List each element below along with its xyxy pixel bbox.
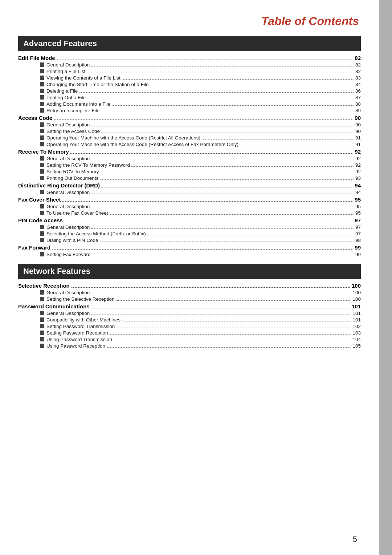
dots-pin-code-access <box>64 222 353 222</box>
sub-label-select-access-method: Selecting the Access Method (Prefix or S… <box>46 231 146 236</box>
sub-page-delete-file: 86 <box>355 88 361 94</box>
sub-dots-use-pw-transmission <box>114 341 351 341</box>
main-entry-receive-to-memory: Receive To Memory92 <box>18 149 361 155</box>
sub-entry-set-rcv-password: Setting the RCV To Memory Password92 <box>40 162 361 168</box>
sub-page-set-rcv-memory: 92 <box>355 169 361 174</box>
sub-entry-use-fax-cover: To Use the Fax Cover Sheet95 <box>40 210 361 216</box>
bullet-icon <box>40 231 44 236</box>
entry-label-access-code: Access Code <box>18 115 52 121</box>
sub-dots-set-access-code <box>101 133 354 133</box>
dots-receive-to-memory <box>70 153 354 154</box>
bullet-icon <box>40 324 44 328</box>
bullet-icon <box>40 344 44 348</box>
sub-label-view-contents: Viewing the Contents of a File List <box>46 75 121 81</box>
sub-dots-gen-desc-1 <box>91 66 354 66</box>
sub-page-gen-desc-4: 94 <box>355 190 361 195</box>
bullet-icon <box>40 252 44 256</box>
sub-entry-retry-incomplete: Retry an Incomplete File89 <box>40 108 361 113</box>
entry-label-pin-code-access: PIN Code Access <box>18 217 63 223</box>
entry-label-receive-to-memory: Receive To Memory <box>18 149 69 155</box>
sub-entry-dial-pin: Dialing with a PIN Code98 <box>40 238 361 243</box>
sub-dots-op-machine-restrict-all <box>202 139 354 139</box>
sub-label-use-pw-transmission: Using Password Transmission <box>46 337 112 342</box>
sub-label-gen-desc-7: General Description <box>46 290 90 295</box>
sub-entry-print-out-file: Printing Out a File87 <box>40 95 361 100</box>
entry-page-pin-code-access: 97 <box>355 217 361 223</box>
sub-page-op-machine-restrict-fax: 91 <box>355 142 361 147</box>
sub-label-set-pw-reception: Setting Password Reception <box>46 330 108 336</box>
entry-page-edit-file-mode: 82 <box>355 55 361 61</box>
sub-entry-set-access-code: Setting the Access Code90 <box>40 129 361 134</box>
sub-entry-gen-desc-1: General Description82 <box>40 62 361 68</box>
sub-label-gen-desc-8: General Description <box>46 311 90 316</box>
dots-password-comms <box>91 308 350 308</box>
sub-entry-gen-desc-7: General Description100 <box>40 290 361 295</box>
sub-page-gen-desc-2: 90 <box>355 122 361 127</box>
entry-page-fax-forward: 99 <box>355 244 361 251</box>
sub-label-print-out-docs: Printing Out Documents <box>46 175 98 181</box>
sub-page-compat-other: 101 <box>352 317 361 323</box>
sub-dots-retry-incomplete <box>101 112 354 112</box>
sub-label-change-start-time: Changing the Start Time or the Station o… <box>46 82 148 87</box>
bullet-icon <box>40 163 44 167</box>
sub-label-set-pw-transmission: Setting Password Transmission <box>46 324 115 329</box>
section-header-network-features: Network Features <box>18 264 361 279</box>
sub-page-change-start-time: 84 <box>355 82 361 87</box>
main-entry-fax-cover-sheet: Fax Cover Sheet95 <box>18 197 361 203</box>
sub-dots-use-fax-cover <box>110 214 354 215</box>
sub-dots-set-rcv-password <box>131 166 354 167</box>
sub-page-set-access-code: 90 <box>355 129 361 134</box>
sub-entry-gen-desc-4: General Description94 <box>40 190 361 195</box>
sub-entry-delete-file: Deleting a File86 <box>40 88 361 94</box>
sub-entry-set-selective: Setting the Selective Reception.100 <box>40 296 361 302</box>
sub-dots-set-rcv-memory <box>101 173 354 173</box>
bullet-icon <box>40 297 44 301</box>
sub-label-print-out-file: Printing Out a File <box>46 95 86 100</box>
sub-page-set-fax-forward: 99 <box>355 252 361 257</box>
bullet-icon <box>40 317 44 322</box>
entry-page-drd: 94 <box>355 182 361 189</box>
sub-dots-print-out-file <box>87 99 354 99</box>
entry-label-password-comms: Password Communications <box>18 303 90 309</box>
sub-dots-gen-desc-8 <box>91 315 351 315</box>
sub-entry-view-contents: Viewing the Contents of a File List83 <box>40 75 361 81</box>
entry-label-fax-cover-sheet: Fax Cover Sheet <box>18 197 61 203</box>
sub-dots-gen-desc-4 <box>91 194 354 194</box>
sub-dots-print-file-list <box>87 73 354 73</box>
sub-page-print-file-list: 82 <box>355 69 361 74</box>
bullet-icon <box>40 238 44 242</box>
sub-dots-change-start-time <box>150 86 354 86</box>
sub-label-gen-desc-4: General Description <box>46 190 90 195</box>
sub-label-add-docs: Adding Documents into a File <box>46 101 110 107</box>
sub-entry-add-docs: Adding Documents into a File88 <box>40 101 361 107</box>
sub-entry-set-pw-transmission: Setting Password Transmission102 <box>40 324 361 329</box>
bullet-icon <box>40 225 44 229</box>
sub-page-set-rcv-password: 92 <box>355 162 361 168</box>
bullet-icon <box>40 211 44 215</box>
sub-dots-gen-desc-7 <box>91 294 351 294</box>
bullet-icon <box>40 311 44 315</box>
entry-label-edit-file-mode: Edit File Mode <box>18 55 55 61</box>
entry-page-password-comms: 101 <box>352 303 361 309</box>
sub-label-set-rcv-memory: Setting RCV To Memory <box>46 169 99 174</box>
sub-page-select-access-method: 97 <box>355 231 361 236</box>
bullet-icon <box>40 290 44 295</box>
bullet-icon <box>40 331 44 335</box>
sub-page-use-pw-reception: 105 <box>352 343 361 349</box>
sub-entry-select-access-method: Selecting the Access Method (Prefix or S… <box>40 231 361 236</box>
sub-page-gen-desc-7: 100 <box>352 290 361 295</box>
sub-label-retry-incomplete: Retry an Incomplete File <box>46 108 99 113</box>
sub-entry-gen-desc-8: General Description101 <box>40 311 361 316</box>
bullet-icon <box>40 135 44 140</box>
sub-dots-gen-desc-6 <box>91 228 354 229</box>
sub-page-add-docs: 88 <box>355 101 361 107</box>
sub-entry-gen-desc-3: General Description92 <box>40 156 361 161</box>
main-entry-drd: Distinctive Ring Detector (DRD)94 <box>18 182 361 189</box>
sub-entry-use-pw-reception: Using Password Reception105 <box>40 343 361 349</box>
sub-entry-gen-desc-2: General Description90 <box>40 122 361 127</box>
bullet-icon <box>40 156 44 161</box>
sub-dots-view-contents <box>122 79 354 80</box>
sub-entry-print-out-docs: Printing Out Documents93 <box>40 175 361 181</box>
sub-dots-op-machine-restrict-fax <box>240 146 354 146</box>
sub-dots-compat-other <box>122 321 351 321</box>
